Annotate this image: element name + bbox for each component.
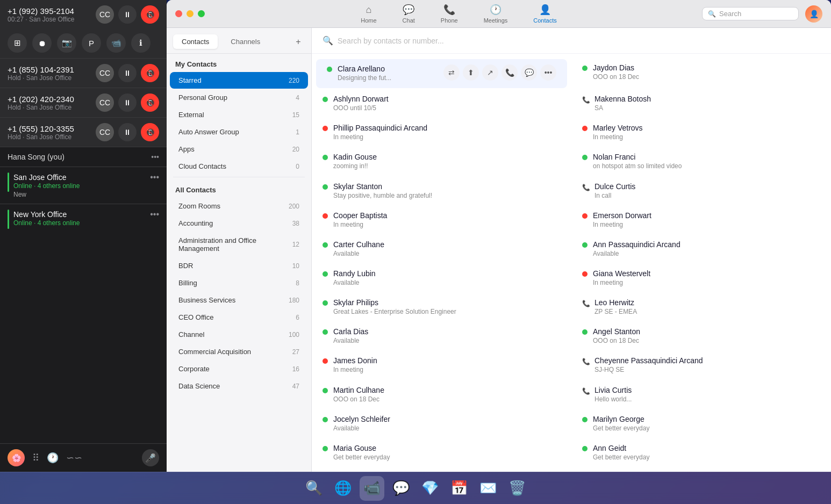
group-personal[interactable]: Personal Group 4 [170, 89, 308, 106]
contact-card-3[interactable]: 📞 Makenna Botosh SA [571, 89, 831, 118]
group-accounting[interactable]: Accounting 38 [170, 215, 308, 232]
contact-card-14[interactable]: Randy Lubin Available [312, 264, 571, 293]
contact-card-5[interactable]: Marley Vetrovs In meeting [571, 118, 831, 147]
maximize-button[interactable] [198, 10, 205, 17]
call-video-icon[interactable]: 📷 [57, 33, 76, 53]
action-more[interactable]: ••• [540, 64, 556, 81]
contact-card-18[interactable]: Carla Dias Available [312, 322, 571, 351]
contact-card-1[interactable]: Jaydon Dias OOO on 18 Dec [571, 58, 831, 89]
contact-card-11[interactable]: Emerson Dorwart In meeting [571, 206, 831, 235]
call-cc-btn-1[interactable]: CC [96, 5, 114, 24]
call-cc-btn-4[interactable]: CC [96, 123, 114, 141]
self-user-menu[interactable]: ••• [151, 153, 159, 161]
sanjose-office-menu[interactable]: ••• [150, 172, 159, 182]
header-search[interactable]: 🔍 Search [702, 7, 799, 20]
group-starred[interactable]: Starred 220 [170, 72, 308, 89]
contact-card-10[interactable]: Cooper Baptista In meeting [312, 206, 571, 235]
contact-name-3: Makenna Botosh [594, 95, 820, 103]
contact-card-23[interactable]: 📞 Livia Curtis Hello world... [571, 380, 831, 409]
group-zoomrooms[interactable]: Zoom Rooms 200 [170, 198, 308, 214]
call-park-icon[interactable]: P [82, 33, 101, 53]
contact-card-26[interactable]: Maria Gouse Get better everyday [312, 438, 571, 467]
group-billing[interactable]: Billing 8 [170, 275, 308, 291]
call-hangup-btn-1[interactable]: 📵 [141, 5, 159, 24]
call-cc-btn-3[interactable]: CC [96, 93, 114, 112]
call-info-icon[interactable]: ℹ [131, 33, 151, 53]
toolbar-voicemail-icon[interactable]: ∽∽ [66, 452, 82, 464]
dock-trash[interactable]: 🗑️ [505, 476, 529, 501]
group-channel[interactable]: Channel 100 [170, 326, 308, 343]
contact-card-13[interactable]: Ann Passaquindici Arcand Available [571, 235, 831, 264]
tab-phone[interactable]: 📞 Phone [428, 1, 471, 27]
tab-meetings[interactable]: 🕐 Meetings [471, 1, 521, 27]
tab-home[interactable]: ⌂ Home [348, 1, 389, 27]
dock-sketch[interactable]: 💎 [418, 476, 442, 501]
contact-card-16[interactable]: Skylar Philips Great Lakes - Enterprise … [312, 293, 571, 322]
sidebar-add-button[interactable]: + [292, 35, 305, 48]
contact-card-7[interactable]: Nolan Franci on hotspot atm so limited v… [571, 147, 831, 176]
dock-zoom[interactable]: 📹 [360, 476, 384, 501]
call-morevideo-icon[interactable]: 📹 [106, 33, 126, 53]
contact-card-27[interactable]: Ann Geidt Get better everyday [571, 438, 831, 467]
group-datascience[interactable]: Data Science 47 [170, 378, 308, 394]
sidebar-tab-contacts[interactable]: Contacts [173, 34, 218, 49]
contact-card-20[interactable]: James Donin In meeting [312, 351, 571, 380]
contact-card-19[interactable]: Angel Stanton OOO on 18 Dec [571, 322, 831, 351]
tab-chat[interactable]: 💬 Chat [390, 1, 428, 27]
call-hangup-btn-2[interactable]: 📵 [141, 64, 159, 82]
group-ceo[interactable]: CEO Office 6 [170, 309, 308, 326]
call-record-icon[interactable]: ⏺ [32, 33, 52, 53]
group-corporate[interactable]: Corporate 16 [170, 361, 308, 377]
dock-mail[interactable]: ✉️ [476, 476, 500, 501]
contact-card-4[interactable]: Phillip Passaquindici Arcand In meeting [312, 118, 571, 147]
contact-card-17[interactable]: 📞 Leo Herwitz ZP SE - EMEA [571, 293, 831, 322]
call-pause-btn-4[interactable]: ⏸ [118, 123, 137, 141]
contact-card-6[interactable]: Kadin Gouse zooming in!! [312, 147, 571, 176]
group-cloud[interactable]: Cloud Contacts 0 [170, 158, 308, 175]
toolbar-history-icon[interactable]: 🕐 [47, 452, 59, 464]
toolbar-dialpad-icon[interactable]: ⠿ [32, 452, 39, 464]
group-apps[interactable]: Apps 20 [170, 141, 308, 157]
contact-card-0[interactable]: Clara Arellano Designing the fut... ⇄ ⬆ … [316, 59, 567, 88]
action-forward[interactable]: ↗ [482, 64, 498, 81]
contact-card-12[interactable]: Carter Culhane Available [312, 235, 571, 264]
toolbar-mic-button[interactable]: 🎤 [142, 449, 159, 466]
contact-card-8[interactable]: Skylar Stanton Stay positive, humble and… [312, 177, 571, 206]
contact-card-25[interactable]: Marilyn George Get better everyday [571, 409, 831, 438]
action-transfer[interactable]: ⇄ [443, 64, 460, 81]
sidebar-tab-channels[interactable]: Channels [222, 34, 269, 49]
group-commercial[interactable]: Commercial Acquisition 27 [170, 343, 308, 360]
contact-card-15[interactable]: Giana Westervelt In meeting [571, 264, 831, 293]
contact-card-2[interactable]: Ashlynn Dorwart OOO until 10/5 [312, 89, 571, 118]
call-cc-btn-2[interactable]: CC [96, 64, 114, 82]
call-hangup-btn-4[interactable]: 📵 [141, 123, 159, 141]
contact-card-24[interactable]: Jocelyn Schleifer Available [312, 409, 571, 438]
contact-card-22[interactable]: Martin Culhane OOO on 18 Dec [312, 380, 571, 409]
group-external[interactable]: External 15 [170, 106, 308, 123]
contact-card-21[interactable]: 📞 Cheyenne Passaquindici Arcand SJ-HQ SE [571, 351, 831, 380]
user-avatar[interactable]: 👤 [805, 5, 822, 23]
group-admin[interactable]: Administration and Office Management 12 [170, 232, 308, 257]
group-bizservices[interactable]: Business Services 180 [170, 292, 308, 308]
action-merge[interactable]: ⬆ [463, 64, 479, 81]
call-pause-btn-3[interactable]: ⏸ [118, 93, 137, 112]
minimize-button[interactable] [187, 10, 194, 17]
dock-messages[interactable]: 💬 [389, 476, 413, 501]
group-bdr[interactable]: BDR 10 [170, 257, 308, 274]
tab-contacts[interactable]: 👤 Contacts [520, 1, 569, 27]
close-button[interactable] [175, 10, 182, 17]
dock-safari[interactable]: 🌐 [331, 476, 355, 501]
dock-calendar[interactable]: 📅 [447, 476, 471, 501]
call-grid-icon[interactable]: ⊞ [8, 33, 27, 53]
group-autoanswer[interactable]: Auto Answer Group 1 [170, 124, 308, 140]
toolbar-avatar[interactable]: 🌸 [8, 449, 25, 466]
call-pause-btn-2[interactable]: ⏸ [118, 64, 137, 82]
newyork-office-menu[interactable]: ••• [150, 210, 159, 219]
call-hangup-btn-3[interactable]: 📵 [141, 93, 159, 112]
action-call[interactable]: 📞 [502, 64, 518, 81]
action-chat[interactable]: 💬 [521, 64, 537, 81]
contact-info-2: Ashlynn Dorwart OOO until 10/5 [333, 95, 561, 112]
call-pause-btn-1[interactable]: ⏸ [118, 5, 137, 24]
dock-finder[interactable]: 🔍 [302, 476, 326, 501]
contact-card-9[interactable]: 📞 Dulce Curtis In call [571, 177, 831, 206]
